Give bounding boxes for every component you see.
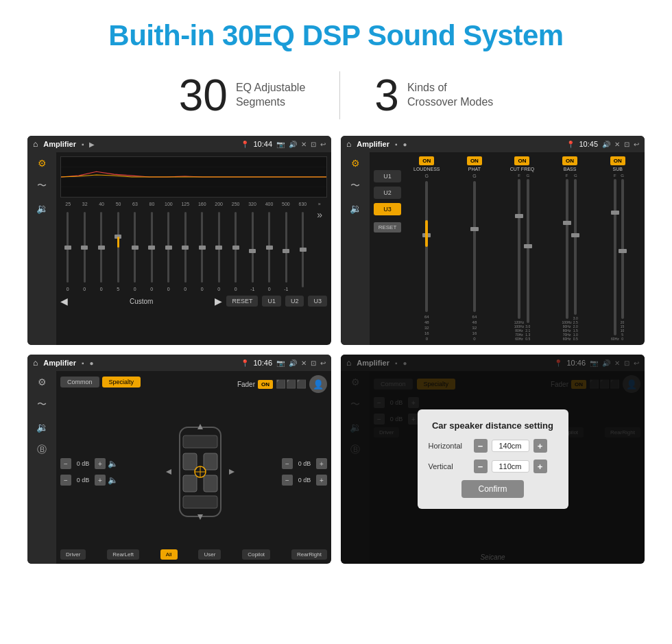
eq-slider-3[interactable]: 5 bbox=[111, 209, 126, 291]
reset-button[interactable]: RESET bbox=[226, 296, 258, 307]
eq-slider-13[interactable]: -1 bbox=[279, 209, 294, 291]
u3-preset-btn[interactable]: U3 bbox=[374, 203, 401, 215]
level-row-topright: − 0 dB + bbox=[282, 458, 327, 469]
eq-slider-7[interactable]: 0 bbox=[178, 209, 193, 291]
dialog-title: Car speaker distance setting bbox=[429, 420, 557, 431]
eq-slider-9[interactable]: 0 bbox=[212, 209, 227, 291]
svg-marker-15 bbox=[166, 469, 171, 475]
level-topleft-val: 0 dB bbox=[73, 460, 93, 467]
speaker-toprow: Common Specialty Fader ON ⬛⬛⬛ 👤 bbox=[60, 375, 327, 393]
level-topleft-minus[interactable]: − bbox=[60, 458, 71, 469]
right-levels: − 0 dB + − 0 dB + bbox=[282, 397, 327, 547]
loudness-on[interactable]: ON bbox=[419, 156, 434, 165]
common-tab[interactable]: Common bbox=[60, 377, 99, 387]
u1-button[interactable]: U1 bbox=[262, 296, 281, 307]
record-icon-3: ▪ bbox=[82, 359, 84, 367]
home-icon-3[interactable]: ⌂ bbox=[33, 358, 38, 368]
home-icon[interactable]: ⌂ bbox=[33, 139, 38, 149]
fader-on-btn[interactable]: ON bbox=[258, 380, 273, 389]
dialog-overlay: Car speaker distance setting Horizontal … bbox=[341, 355, 645, 564]
rearright-btn[interactable]: RearRight bbox=[291, 549, 327, 560]
sub-on[interactable]: ON bbox=[610, 156, 625, 165]
u2-preset-btn[interactable]: U2 bbox=[374, 187, 401, 199]
eq-slider-10[interactable]: 0 bbox=[228, 209, 243, 291]
screen-crossover-content: ⚙ 〜 🔉 U1 U2 U3 RESET ON bbox=[341, 152, 645, 345]
speaker-icon[interactable]: 🔉 bbox=[36, 203, 48, 214]
level-tr-plus[interactable]: + bbox=[316, 458, 327, 469]
eq-slider-11[interactable]: -1 bbox=[245, 209, 261, 291]
screen-crossover-time: 10:45 bbox=[579, 140, 598, 148]
svg-rect-7 bbox=[204, 453, 217, 470]
back-icon-2[interactable]: ↩ bbox=[634, 141, 639, 148]
band-phat: ON PHAT G 64 48 32 16 bbox=[452, 156, 498, 341]
all-btn[interactable]: All bbox=[160, 549, 178, 560]
specialty-tab[interactable]: Specialty bbox=[102, 377, 141, 387]
eq-slider-8[interactable]: 0 bbox=[195, 209, 210, 291]
horizontal-plus-btn[interactable]: + bbox=[533, 439, 547, 453]
vertical-plus-btn[interactable]: + bbox=[533, 460, 547, 473]
back-icon-3[interactable]: ↩ bbox=[320, 359, 326, 367]
level-br-plus[interactable]: + bbox=[316, 475, 327, 486]
wave-icon-2[interactable]: 〜 bbox=[350, 180, 360, 192]
eq-icon-2[interactable]: ⚙ bbox=[351, 158, 360, 169]
screens-grid: ⌂ Amplifier ▪ ▶ 📍 10:44 📷 🔊 ✕ ⊡ ↩ ⚙ 〜 🔉 bbox=[0, 136, 672, 577]
eq-slider-4[interactable]: 0 bbox=[128, 209, 143, 291]
horizontal-minus-btn[interactable]: − bbox=[474, 439, 488, 453]
wave-icon[interactable]: 〜 bbox=[37, 180, 47, 192]
u1-preset-btn[interactable]: U1 bbox=[374, 170, 401, 182]
eq-icon-3[interactable]: ⚙ bbox=[38, 377, 47, 387]
copilot-btn[interactable]: Copilot bbox=[242, 549, 270, 560]
screen-eq-main: 25 32 40 50 63 80 100 125 160 200 250 32… bbox=[56, 152, 331, 345]
vertical-minus-btn[interactable]: − bbox=[474, 460, 488, 473]
x-icon-2: ✕ bbox=[614, 141, 620, 148]
eq-slider-1[interactable]: 0 bbox=[77, 209, 93, 291]
user-profile-icon[interactable]: 👤 bbox=[309, 375, 327, 393]
screen-speaker: ⌂ Amplifier ▪ ● 📍 10:46 📷 🔊 ✕ ⊡ ↩ ⚙ 〜 🔉 … bbox=[27, 355, 331, 564]
level-topleft-plus[interactable]: + bbox=[95, 458, 106, 469]
eq-slider-12[interactable]: 0 bbox=[262, 209, 277, 291]
cutfreq-on[interactable]: ON bbox=[514, 156, 529, 165]
eq-slider-2[interactable]: 0 bbox=[94, 209, 109, 291]
eq-icon[interactable]: ⚙ bbox=[38, 158, 47, 169]
level-br-minus[interactable]: − bbox=[282, 475, 293, 486]
user-btn[interactable]: User bbox=[198, 549, 221, 560]
speaker-tabs: Common Specialty bbox=[60, 377, 141, 387]
eq-slider-6[interactable]: 0 bbox=[161, 209, 176, 291]
screen-speaker-title: Amplifier bbox=[43, 359, 76, 367]
speaker-icon-3[interactable]: 🔉 bbox=[36, 422, 48, 433]
next-icon[interactable]: ▶ bbox=[215, 296, 222, 307]
car-diagram-container bbox=[122, 397, 278, 547]
crossover-reset-btn[interactable]: RESET bbox=[374, 222, 401, 232]
level-bl-val: 0 dB bbox=[73, 477, 93, 484]
eq-slider-14[interactable] bbox=[296, 209, 311, 291]
svg-rect-4 bbox=[183, 436, 217, 448]
home-icon-2[interactable]: ⌂ bbox=[346, 139, 351, 149]
bass-on[interactable]: ON bbox=[562, 156, 577, 165]
level-row-bottomleft: − 0 dB + 🔈 bbox=[60, 475, 118, 486]
wave-icon-3[interactable]: 〜 bbox=[37, 398, 47, 411]
window-icon: ⊡ bbox=[311, 141, 316, 148]
back-icon[interactable]: ↩ bbox=[320, 141, 326, 148]
confirm-button[interactable]: Confirm bbox=[461, 480, 523, 498]
u3-button[interactable]: U3 bbox=[308, 296, 327, 307]
prev-icon[interactable]: ◀ bbox=[60, 296, 68, 307]
phat-on[interactable]: ON bbox=[467, 156, 482, 165]
u2-button[interactable]: U2 bbox=[285, 296, 304, 307]
eq-slider-0[interactable]: 0 bbox=[60, 209, 75, 291]
level-tr-minus[interactable]: − bbox=[282, 458, 293, 469]
speaker-icon-2[interactable]: 🔉 bbox=[350, 203, 361, 214]
driver-btn[interactable]: Driver bbox=[60, 549, 86, 560]
play-icon: ▶ bbox=[89, 141, 95, 148]
phat-label: PHAT bbox=[468, 167, 481, 171]
level-bl-plus[interactable]: + bbox=[95, 475, 106, 486]
bt-icon[interactable]: Ⓑ bbox=[37, 444, 47, 456]
eq-slider-5[interactable]: 0 bbox=[145, 209, 160, 291]
horizontal-row: Horizontal − 140cm + bbox=[429, 439, 557, 453]
band-sub: ON SUB F 60Hz bbox=[595, 156, 640, 341]
level-bl-minus[interactable]: − bbox=[60, 475, 71, 486]
rearleft-btn[interactable]: RearLeft bbox=[107, 549, 139, 560]
fader-sliders-icon: ⬛⬛⬛ bbox=[276, 379, 307, 389]
screen-eq-topbar: ⌂ Amplifier ▪ ▶ 📍 10:44 📷 🔊 ✕ ⊡ ↩ bbox=[27, 136, 331, 152]
record-icon-2: ▪ bbox=[395, 141, 398, 148]
speaker-bl-icon: 🔈 bbox=[108, 475, 118, 485]
